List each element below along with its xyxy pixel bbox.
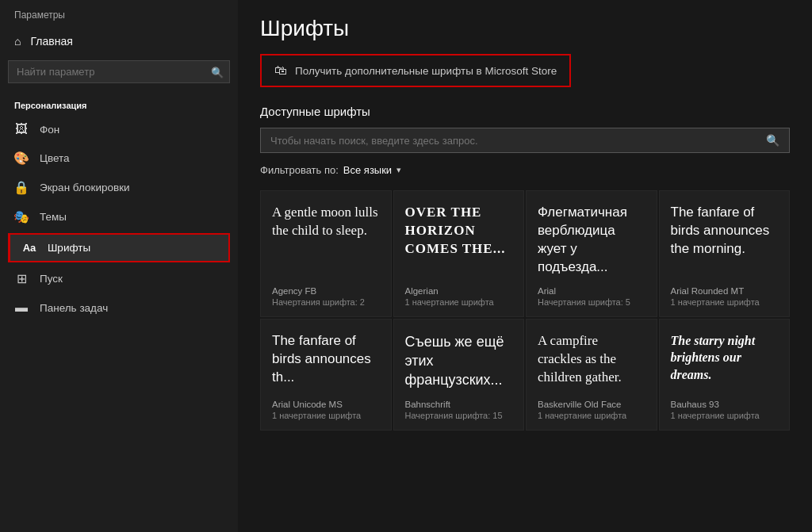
sidebar-item-background[interactable]: 🖼 Фон (0, 115, 238, 144)
sidebar-item-label: Цвета (40, 152, 70, 164)
sidebar-item-lockscreen[interactable]: 🔒 Экран блокировки (0, 173, 238, 202)
font-styles: Начертания шрифта: 5 (538, 297, 645, 307)
font-search-input[interactable] (270, 135, 766, 147)
font-styles: 1 начертание шрифта (671, 297, 779, 307)
font-search-icon: 🔍 (766, 134, 779, 147)
font-styles: 1 начертание шрифта (671, 411, 779, 420)
font-card-bahnschrift[interactable]: Съешь же ещё этих французских... Bahnsch… (393, 319, 525, 431)
sidebar-home[interactable]: ⌂ Главная (0, 27, 238, 55)
sidebar-item-label: Панель задач (40, 302, 108, 314)
font-preview: The fanfare of birds announces the morni… (671, 204, 779, 277)
font-preview: Съешь же ещё этих французских... (405, 332, 513, 390)
home-icon: ⌂ (14, 35, 21, 48)
available-fonts-header: Доступные шрифты (260, 105, 790, 118)
font-preview: A campfire crackles as the children gath… (538, 332, 645, 390)
colors-icon: 🎨 (14, 151, 29, 166)
sidebar-item-label: Пуск (40, 273, 63, 285)
sidebar-item-themes[interactable]: 🎭 Темы (0, 202, 238, 232)
chevron-down-icon[interactable]: ▾ (396, 165, 401, 175)
filter-value[interactable]: Все языки (343, 164, 392, 176)
store-icon: 🛍 (274, 63, 287, 78)
font-card-algerian[interactable]: OVER THE HORIZON COMES THE... Algerian 1… (393, 190, 525, 317)
font-name: Bahnschrift (405, 400, 513, 409)
font-name: Arial (538, 286, 645, 296)
font-card-arial-unicode[interactable]: The fanfare of birds announces th... Ari… (260, 319, 392, 431)
lockscreen-icon: 🔒 (14, 180, 29, 195)
sidebar-search-input[interactable] (8, 60, 230, 83)
font-search-bar[interactable]: 🔍 (260, 128, 790, 153)
sidebar-item-label: Темы (40, 211, 67, 223)
sidebar-item-taskbar[interactable]: ▬ Панель задач (0, 293, 238, 322)
font-name: Arial Rounded MT (671, 286, 779, 296)
sidebar-item-label: Шрифты (48, 242, 90, 254)
sidebar-section-label: Персонализация (0, 94, 238, 115)
font-preview: Флегматичная верблюдица жует у подъезда.… (538, 204, 645, 277)
font-styles: Начертания шрифта: 2 (272, 297, 380, 307)
font-styles: Начертания шрифта: 15 (405, 411, 513, 420)
font-preview: OVER THE HORIZON COMES THE... (405, 204, 513, 277)
sidebar-item-label: Экран блокировки (40, 182, 130, 193)
page-title: Шрифты (260, 16, 790, 41)
font-preview: The starry night brightens our dreams. (671, 332, 779, 390)
font-card-agency-fb[interactable]: A gentle moon lulls the child to sleep. … (260, 190, 392, 317)
sidebar-item-colors[interactable]: 🎨 Цвета (0, 144, 238, 173)
font-card-baskerville[interactable]: A campfire crackles as the children gath… (526, 319, 657, 431)
font-styles: 1 начертание шрифта (538, 411, 645, 420)
app-title: Параметры (0, 0, 238, 27)
main-content: Шрифты 🛍 Получить дополнительные шрифты … (238, 0, 812, 532)
filter-label: Фильтровать по: (260, 164, 339, 176)
sidebar-item-label: Фон (40, 124, 59, 136)
ms-store-button[interactable]: 🛍 Получить дополнительные шрифты в Micro… (260, 54, 571, 87)
font-preview: The fanfare of birds announces th... (272, 332, 380, 390)
fonts-icon: Aa (22, 242, 36, 254)
themes-icon: 🎭 (14, 209, 29, 224)
sidebar-item-fonts[interactable]: Aa Шрифты (8, 233, 230, 262)
font-preview: A gentle moon lulls the child to sleep. (272, 204, 380, 277)
font-grid: A gentle moon lulls the child to sleep. … (260, 190, 790, 431)
font-name: Bauhaus 93 (671, 400, 779, 409)
sidebar-search-container: 🔍 (8, 60, 230, 83)
sidebar: Параметры ⌂ Главная 🔍 Персонализация 🖼 Ф… (0, 0, 238, 532)
font-card-arial[interactable]: Флегматичная верблюдица жует у подъезда.… (526, 190, 657, 317)
start-icon: ⊞ (14, 271, 29, 286)
font-card-bauhaus[interactable]: The starry night brightens our dreams. B… (659, 319, 791, 431)
font-name: Arial Unicode MS (272, 400, 380, 409)
font-name: Algerian (405, 286, 513, 296)
font-card-arial-rounded[interactable]: The fanfare of birds announces the morni… (659, 190, 791, 317)
background-icon: 🖼 (14, 122, 29, 136)
filter-row: Фильтровать по: Все языки ▾ (260, 164, 790, 176)
home-label: Главная (30, 35, 72, 48)
font-name: Baskerville Old Face (538, 400, 645, 409)
font-styles: 1 начертание шрифта (405, 297, 513, 307)
taskbar-icon: ▬ (14, 300, 29, 315)
font-styles: 1 начертание шрифта (272, 411, 380, 420)
font-name: Agency FB (272, 286, 380, 296)
sidebar-search-icon: 🔍 (211, 66, 224, 78)
sidebar-item-start[interactable]: ⊞ Пуск (0, 264, 238, 293)
ms-store-label: Получить дополнительные шрифты в Microso… (295, 65, 557, 77)
